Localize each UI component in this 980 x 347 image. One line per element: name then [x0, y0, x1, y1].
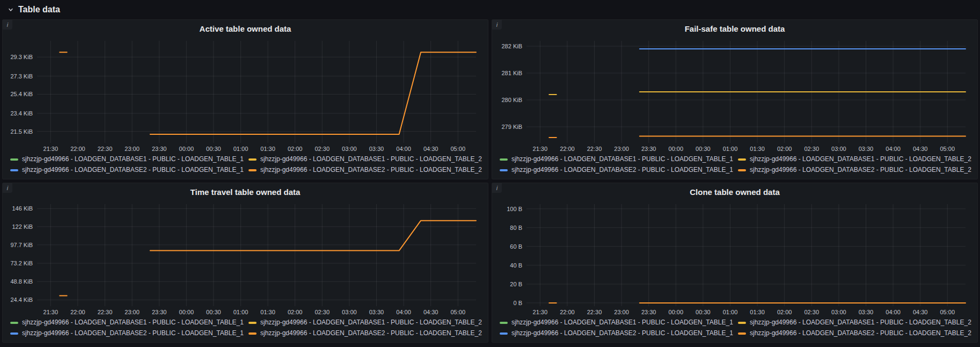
- panel-info-icon[interactable]: i: [3, 20, 12, 30]
- row-header[interactable]: Table data: [0, 0, 980, 19]
- x-tick-label: 02:00: [777, 146, 792, 152]
- chart-area: 279 KiB280 KiB281 KiB282 KiB21:3022:0022…: [492, 35, 977, 154]
- legend-series-label: sjhzzjp-gd49966 - LOADGEN_DATABASE2 - PU…: [750, 329, 971, 338]
- time-series-chart[interactable]: 21.5 KiB23.4 KiB25.4 KiB27.3 KiB29.3 KiB…: [7, 37, 484, 154]
- legend-item[interactable]: sjhzzjp-gd49966 - LOADGEN_DATABASE2 - PU…: [738, 329, 972, 338]
- legend-item[interactable]: sjhzzjp-gd49966 - LOADGEN_DATABASE1 - PU…: [10, 318, 244, 327]
- y-tick-label: 100 B: [507, 206, 522, 212]
- legend-series-label: sjhzzjp-gd49966 - LOADGEN_DATABASE1 - PU…: [511, 155, 733, 164]
- x-tick-label: 03:30: [859, 146, 874, 152]
- y-tick-label: 20 B: [510, 281, 522, 287]
- legend-item[interactable]: sjhzzjp-gd49966 - LOADGEN_DATABASE2 - PU…: [10, 165, 244, 175]
- y-tick-label: 0 B: [513, 300, 522, 306]
- legend-item[interactable]: sjhzzjp-gd49966 - LOADGEN_DATABASE1 - PU…: [248, 318, 482, 327]
- x-tick-label: 23:00: [614, 146, 629, 152]
- panel-grid: iActive table owned data21.5 KiB23.4 KiB…: [2, 19, 978, 343]
- legend-series-swatch: [248, 322, 257, 324]
- legend-series-swatch: [248, 158, 257, 161]
- x-tick-label: 03:00: [342, 309, 357, 315]
- legend-series-label: sjhzzjp-gd49966 - LOADGEN_DATABASE2 - PU…: [22, 165, 244, 175]
- y-tick-label: 97.7 KiB: [10, 242, 33, 248]
- y-tick-label: 280 KiB: [501, 97, 522, 103]
- legend-item[interactable]: sjhzzjp-gd49966 - LOADGEN_DATABASE1 - PU…: [500, 155, 734, 164]
- panel-info-icon[interactable]: i: [492, 183, 502, 193]
- x-tick-label: 00:00: [669, 309, 684, 315]
- x-tick-label: 00:30: [696, 309, 711, 315]
- legend-item[interactable]: sjhzzjp-gd49966 - LOADGEN_DATABASE1 - PU…: [500, 318, 734, 327]
- legend-item[interactable]: sjhzzjp-gd49966 - LOADGEN_DATABASE2 - PU…: [500, 165, 734, 175]
- legend-item[interactable]: sjhzzjp-gd49966 - LOADGEN_DATABASE2 - PU…: [10, 329, 244, 338]
- x-tick-label: 04:30: [913, 309, 928, 315]
- x-tick-label: 22:00: [70, 309, 85, 315]
- y-tick-label: 73.2 KiB: [10, 260, 33, 266]
- legend-series-label: sjhzzjp-gd49966 - LOADGEN_DATABASE2 - PU…: [511, 165, 733, 175]
- y-tick-label: 48.8 KiB: [10, 278, 33, 285]
- chart-area: 21.5 KiB23.4 KiB25.4 KiB27.3 KiB29.3 KiB…: [3, 35, 488, 154]
- legend-series-swatch: [738, 169, 746, 171]
- legend-series-swatch: [500, 332, 508, 335]
- y-tick-label: 281 KiB: [501, 70, 522, 76]
- panel-time-travel-table-owned-data: iTime travel table owned data24.4 KiB48.…: [2, 183, 488, 343]
- x-tick-label: 00:30: [206, 309, 221, 315]
- legend-series-swatch: [738, 322, 746, 324]
- chart-area: 24.4 KiB48.8 KiB73.2 KiB97.7 KiB122 KiB1…: [3, 199, 488, 317]
- legend-series-label: sjhzzjp-gd49966 - LOADGEN_DATABASE1 - PU…: [260, 155, 482, 164]
- legend-series-swatch: [248, 169, 257, 171]
- x-tick-label: 01:30: [260, 309, 275, 315]
- panel-info-icon[interactable]: i: [3, 183, 12, 193]
- x-tick-label: 22:00: [560, 146, 575, 152]
- legend-series-label: sjhzzjp-gd49966 - LOADGEN_DATABASE2 - PU…: [260, 329, 482, 338]
- x-tick-label: 23:00: [614, 309, 629, 315]
- x-tick-label: 02:00: [288, 309, 303, 315]
- x-tick-label: 03:30: [369, 146, 384, 152]
- x-tick-label: 23:00: [125, 309, 140, 315]
- x-tick-label: 05:00: [940, 309, 955, 315]
- x-tick-label: 23:00: [125, 146, 140, 152]
- time-series-chart[interactable]: 279 KiB280 KiB281 KiB282 KiB21:3022:0022…: [496, 37, 973, 154]
- y-tick-label: 29.3 KiB: [10, 54, 33, 60]
- x-tick-label: 22:30: [98, 309, 113, 315]
- y-tick-label: 24.4 KiB: [10, 297, 33, 303]
- legend-item[interactable]: sjhzzjp-gd49966 - LOADGEN_DATABASE2 - PU…: [738, 165, 972, 175]
- legend-series-swatch: [500, 158, 508, 161]
- legend-item[interactable]: sjhzzjp-gd49966 - LOADGEN_DATABASE2 - PU…: [248, 165, 482, 175]
- x-tick-label: 04:30: [423, 146, 438, 152]
- x-tick-label: 05:00: [940, 146, 955, 152]
- time-series-chart[interactable]: 24.4 KiB48.8 KiB73.2 KiB97.7 KiB122 KiB1…: [7, 200, 484, 317]
- legend-item[interactable]: sjhzzjp-gd49966 - LOADGEN_DATABASE2 - PU…: [248, 329, 482, 338]
- time-series-chart[interactable]: 0 B20 B40 B60 B80 B100 B21:3022:0022:302…: [496, 200, 973, 317]
- y-tick-label: 146 KiB: [12, 205, 33, 212]
- legend-item[interactable]: sjhzzjp-gd49966 - LOADGEN_DATABASE2 - PU…: [500, 329, 734, 338]
- x-tick-label: 22:00: [70, 146, 85, 152]
- legend-series-label: sjhzzjp-gd49966 - LOADGEN_DATABASE1 - PU…: [22, 155, 244, 164]
- x-tick-label: 01:30: [750, 146, 765, 152]
- legend-item[interactable]: sjhzzjp-gd49966 - LOADGEN_DATABASE1 - PU…: [738, 318, 972, 327]
- panel-active-table-owned-data: iActive table owned data21.5 KiB23.4 KiB…: [2, 19, 488, 179]
- series-line: [150, 52, 476, 134]
- x-tick-label: 01:00: [723, 146, 738, 152]
- chevron-down-icon: [8, 6, 14, 13]
- legend: sjhzzjp-gd49966 - LOADGEN_DATABASE1 - PU…: [492, 154, 977, 179]
- panel-title[interactable]: Fail-safe table owned data: [492, 20, 977, 35]
- panel-info-icon[interactable]: i: [492, 20, 502, 30]
- x-tick-label: 03:30: [859, 309, 874, 315]
- panel-title[interactable]: Active table owned data: [3, 20, 488, 35]
- x-tick-label: 00:30: [696, 146, 711, 152]
- x-tick-label: 05:00: [451, 309, 466, 315]
- legend-series-swatch: [500, 169, 508, 171]
- panel-title[interactable]: Clone table owned data: [492, 183, 977, 199]
- x-tick-label: 02:30: [315, 146, 330, 152]
- x-tick-label: 03:00: [342, 146, 357, 152]
- x-tick-label: 05:00: [451, 146, 466, 152]
- y-tick-label: 21.5 KiB: [10, 128, 33, 135]
- y-tick-label: 40 B: [510, 262, 522, 269]
- legend: sjhzzjp-gd49966 - LOADGEN_DATABASE1 - PU…: [492, 317, 977, 342]
- legend-series-label: sjhzzjp-gd49966 - LOADGEN_DATABASE2 - PU…: [22, 329, 244, 338]
- legend-item[interactable]: sjhzzjp-gd49966 - LOADGEN_DATABASE1 - PU…: [738, 155, 972, 164]
- x-tick-label: 04:00: [886, 146, 901, 152]
- panel-title[interactable]: Time travel table owned data: [3, 183, 488, 199]
- panel-clone-table-owned-data: iClone table owned data0 B20 B40 B60 B80…: [492, 183, 978, 343]
- legend-item[interactable]: sjhzzjp-gd49966 - LOADGEN_DATABASE1 - PU…: [248, 155, 482, 164]
- x-tick-label: 21:30: [43, 309, 58, 315]
- legend-item[interactable]: sjhzzjp-gd49966 - LOADGEN_DATABASE1 - PU…: [10, 155, 244, 164]
